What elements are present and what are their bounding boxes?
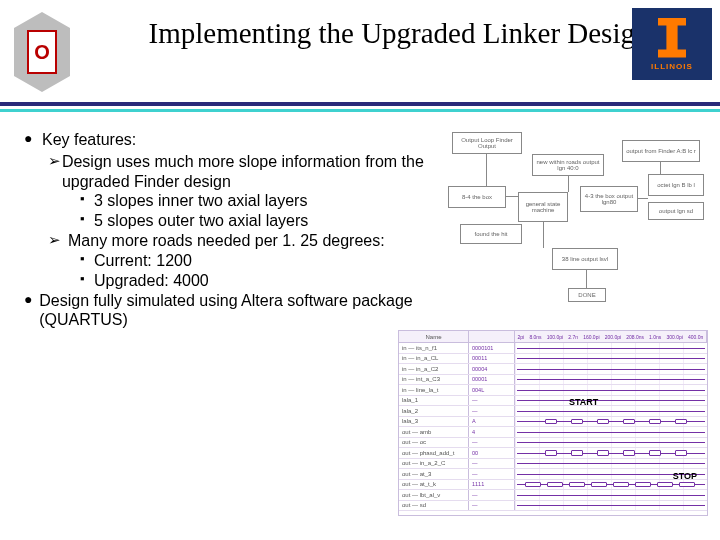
signal-value: — bbox=[469, 438, 515, 448]
signal-name: in — line_la_t bbox=[399, 385, 469, 395]
diagram-box: Output Loop Finder Output bbox=[452, 132, 522, 154]
diagram-box: 38 line output lsvl bbox=[552, 248, 618, 270]
tick: 2pi bbox=[518, 334, 525, 340]
bullet-disc-icon: ● bbox=[24, 291, 39, 331]
osu-letter: O bbox=[27, 30, 57, 74]
signal-value: — bbox=[469, 501, 515, 511]
waveform-header-name: Name bbox=[399, 331, 469, 342]
stop-label: STOP bbox=[673, 471, 697, 481]
signal-value: — bbox=[469, 469, 515, 479]
signal-plot bbox=[515, 406, 707, 416]
waveform-viewer: Name 2pi 8.0ns 100.0pi 2.7n 160.0pi 200.… bbox=[398, 330, 708, 516]
tick: 400.0n bbox=[688, 334, 703, 340]
waveform-row: in — int_a_C300001 bbox=[399, 375, 707, 386]
waveform-row: in — in_a_C200004 bbox=[399, 364, 707, 375]
bullet-slopes-inner: 3 slopes inner two axial layers bbox=[94, 191, 307, 211]
waveform-row: out — at_t_k1111 bbox=[399, 480, 707, 491]
signal-value: 00001 bbox=[469, 375, 515, 385]
signal-name: out — oc bbox=[399, 438, 469, 448]
signal-plot bbox=[515, 490, 707, 500]
illinois-i-icon bbox=[658, 18, 686, 58]
block-diagram: Output Loop Finder Output new within roa… bbox=[448, 132, 708, 312]
tick: 1.0ns bbox=[649, 334, 661, 340]
tick: 2.7n bbox=[568, 334, 578, 340]
signal-name: in — its_n_f1 bbox=[399, 343, 469, 353]
waveform-row: out — lbt_al_v— bbox=[399, 490, 707, 501]
signal-plot bbox=[515, 375, 707, 385]
signal-name: out — amb bbox=[399, 427, 469, 437]
signal-plot bbox=[515, 501, 707, 511]
signal-plot bbox=[515, 343, 707, 353]
tick: 300.0pi bbox=[666, 334, 682, 340]
diagram-box: 8-4 the box bbox=[448, 186, 506, 208]
waveform-row: in — in_a_CL00011 bbox=[399, 354, 707, 365]
signal-name: out — lbt_al_v bbox=[399, 490, 469, 500]
signal-name: lala_3 bbox=[399, 417, 469, 427]
bullet-current: Current: 1200 bbox=[94, 251, 192, 271]
signal-name: in — in_a_C2 bbox=[399, 364, 469, 374]
signal-value: — bbox=[469, 459, 515, 469]
waveform-row: out — at_3— bbox=[399, 469, 707, 480]
tick: 208.0ns bbox=[626, 334, 644, 340]
signal-name: lala_1 bbox=[399, 396, 469, 406]
waveform-ticks: 2pi 8.0ns 100.0pi 2.7n 160.0pi 200.0pi 2… bbox=[515, 331, 707, 342]
slide-title: Implementing the Upgraded Linker Design bbox=[78, 8, 720, 51]
waveform-row: out — phasd_add_t00 bbox=[399, 448, 707, 459]
bullet-key-features: Key features: bbox=[42, 130, 136, 150]
diagram-box: found the hit bbox=[460, 224, 522, 244]
waveform-grid: in — its_n_f10000101in — in_a_CL00011in … bbox=[399, 343, 707, 515]
waveform-row: out — amb4 bbox=[399, 427, 707, 438]
tick: 100.0pi bbox=[547, 334, 563, 340]
signal-value: 00 bbox=[469, 448, 515, 458]
signal-plot bbox=[515, 417, 707, 427]
signal-name: in — int_a_C3 bbox=[399, 375, 469, 385]
signal-name: in — in_a_CL bbox=[399, 354, 469, 364]
bullet-simulated: Design fully simulated using Altera soft… bbox=[39, 291, 434, 331]
signal-value: — bbox=[469, 396, 515, 406]
waveform-row: out — in_a_2_C— bbox=[399, 459, 707, 470]
bullet-content: ●Key features: ➢Design uses much more sl… bbox=[24, 130, 434, 332]
signal-name: out — sd bbox=[399, 501, 469, 511]
diagram-box: output lgn sd bbox=[648, 202, 704, 220]
bullet-arrow-icon: ➢ bbox=[48, 231, 68, 251]
divider-bars bbox=[0, 102, 720, 112]
bullet-square-icon: ▪ bbox=[80, 191, 94, 211]
diagram-box: output from Finder A:B lc r bbox=[622, 140, 700, 162]
bullet-disc-icon: ● bbox=[24, 130, 42, 150]
tick: 200.0pi bbox=[605, 334, 621, 340]
bullet-arrow-icon: ➢ bbox=[48, 152, 62, 192]
signal-plot bbox=[515, 438, 707, 448]
diagram-box: DONE bbox=[568, 288, 606, 302]
signal-value: 1111 bbox=[469, 480, 515, 490]
signal-plot bbox=[515, 354, 707, 364]
signal-value: 4 bbox=[469, 427, 515, 437]
waveform-row: in — its_n_f10000101 bbox=[399, 343, 707, 354]
signal-value: 00004 bbox=[469, 364, 515, 374]
waveform-row: out — sd— bbox=[399, 501, 707, 512]
signal-value: 004L bbox=[469, 385, 515, 395]
signal-name: out — at_t_k bbox=[399, 480, 469, 490]
waveform-row: lala_3A bbox=[399, 417, 707, 428]
waveform-header: Name 2pi 8.0ns 100.0pi 2.7n 160.0pi 200.… bbox=[399, 331, 707, 343]
signal-plot bbox=[515, 427, 707, 437]
waveform-row: lala_1— bbox=[399, 396, 707, 407]
waveform-row: in — line_la_t004L bbox=[399, 385, 707, 396]
signal-value: A bbox=[469, 417, 515, 427]
illinois-label: ILLINOIS bbox=[651, 62, 693, 71]
signal-plot bbox=[515, 385, 707, 395]
signal-name: out — phasd_add_t bbox=[399, 448, 469, 458]
illinois-logo: ILLINOIS bbox=[632, 8, 712, 80]
signal-name: out — at_3 bbox=[399, 469, 469, 479]
diagram-box: octet lgn B lb l bbox=[648, 174, 704, 196]
signal-value: 00011 bbox=[469, 354, 515, 364]
signal-plot bbox=[515, 396, 707, 406]
signal-plot bbox=[515, 448, 707, 458]
waveform-header-blank bbox=[469, 331, 515, 342]
diagram-box: 4-3 the box output lgn80 bbox=[580, 186, 638, 212]
signal-plot bbox=[515, 459, 707, 469]
bullet-square-icon: ▪ bbox=[80, 251, 94, 271]
signal-name: lala_2 bbox=[399, 406, 469, 416]
start-label: START bbox=[569, 397, 598, 407]
waveform-row: lala_2— bbox=[399, 406, 707, 417]
signal-value: 0000101 bbox=[469, 343, 515, 353]
